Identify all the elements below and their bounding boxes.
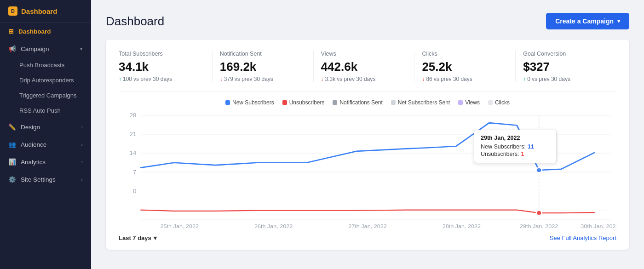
change-suffix: vs prev 30 days (337, 76, 375, 82)
chevron-right-icon: › (81, 177, 83, 182)
stat-change: 379 vs prev 30 days (220, 76, 306, 82)
sidebar-item-label: Campaign (21, 46, 49, 52)
stat-value: 34.1k (119, 60, 205, 74)
sidebar-item-campaign[interactable]: 📢 Campaign ▾ (0, 40, 91, 57)
stat-label: Clicks (422, 51, 508, 57)
legend-label: Clicks (495, 99, 510, 106)
change-amount: 100 (123, 76, 132, 82)
stat-label: Notification Sent (220, 51, 306, 57)
change-arrow (321, 76, 324, 82)
sub-item-label: Push Broadcasts (19, 62, 64, 69)
legend-dot (488, 100, 493, 105)
svg-text:29th Jan, 2022: 29th Jan, 2022 (520, 223, 558, 229)
main-content: Dashboard Create a Campaign ▾ Total Subs… (91, 0, 644, 269)
sidebar-item-label: Design (21, 124, 40, 131)
legend-dot (225, 100, 230, 105)
sidebar-item-dashboard[interactable]: ⊞ Dashboard (0, 23, 91, 40)
dashboard-card: Total Subscribers 34.1k 100 vs prev 30 d… (106, 40, 629, 250)
stat-item: Clicks 25.2k 86 vs prev 30 days (414, 51, 516, 82)
sidebar-logo[interactable]: D Dashboard (0, 0, 91, 23)
sidebar-item-drip-autoresponders[interactable]: Drip Autoresponders (0, 73, 91, 88)
svg-text:0: 0 (133, 188, 136, 194)
chevron-right-icon: › (81, 142, 83, 147)
sub-item-label: Drip Autoresponders (19, 77, 74, 84)
chart-bottom: Last 7 days ▾ See Full Analytics Report (119, 235, 616, 241)
design-icon: ✏️ (8, 123, 16, 131)
svg-text:14: 14 (130, 150, 137, 156)
legend-label: Notifications Sent (339, 99, 382, 106)
logo-icon: D (8, 6, 17, 16)
sidebar-item-audience[interactable]: 👥 Audience › (0, 136, 91, 153)
stat-value: $327 (523, 60, 609, 74)
stat-label: Views (321, 51, 407, 57)
change-amount: 3.3k (325, 76, 336, 82)
sidebar-logo-text: Dashboard (21, 7, 57, 15)
svg-text:21: 21 (130, 132, 137, 137)
svg-text:25th Jan, 2022: 25th Jan, 2022 (161, 223, 199, 229)
sidebar-item-push-broadcasts[interactable]: Push Broadcasts (0, 57, 91, 73)
stat-label: Total Subscribers (119, 51, 205, 57)
legend-label: New Subscribers (232, 99, 274, 106)
sidebar-item-rss-auto-push[interactable]: RSS Auto Push (0, 103, 91, 118)
legend-dot (391, 100, 396, 105)
legend-item: Clicks (488, 99, 510, 106)
chevron-down-icon: ▾ (154, 235, 157, 241)
change-amount: 86 (426, 76, 432, 82)
change-amount: 379 (224, 76, 233, 82)
stat-value: 442.6k (321, 60, 407, 74)
sidebar-item-analytics[interactable]: 📊 Analytics › (0, 153, 91, 171)
stat-item: Total Subscribers 34.1k 100 vs prev 30 d… (119, 51, 213, 82)
chevron-down-icon: ▾ (617, 18, 620, 24)
stat-item: Views 442.6k 3.3k vs prev 30 days (314, 51, 415, 82)
change-arrow (422, 76, 425, 82)
sidebar-item-label: Analytics (21, 159, 46, 166)
audience-icon: 👥 (8, 141, 16, 148)
page-title: Dashboard (106, 14, 164, 29)
sidebar-item-site-settings[interactable]: ⚙️ Site Settings › (0, 171, 91, 188)
svg-text:26th Jan, 2022: 26th Jan, 2022 (254, 223, 293, 229)
date-filter[interactable]: Last 7 days ▾ (119, 235, 157, 241)
sidebar-item-triggered-campaigns[interactable]: Triggered Campaigns (0, 88, 91, 103)
svg-text:28th Jan, 2022: 28th Jan, 2022 (443, 223, 481, 229)
stat-change: 0 vs prev 30 days (523, 76, 609, 82)
sub-item-label: Triggered Campaigns (19, 92, 77, 99)
legend-item: Net Subscribers Sent (391, 99, 450, 106)
legend-item: Notifications Sent (333, 99, 382, 106)
legend-label: Unsubscribers (289, 99, 325, 106)
stat-change: 3.3k vs prev 30 days (321, 76, 407, 82)
svg-text:30th Jan, 2022: 30th Jan, 2022 (581, 223, 616, 229)
stat-value: 169.2k (220, 60, 306, 74)
stat-change: 86 vs prev 30 days (422, 76, 508, 82)
sub-item-label: RSS Auto Push (19, 107, 61, 114)
date-filter-label: Last 7 days (119, 235, 151, 241)
svg-text:27th Jan, 2022: 27th Jan, 2022 (348, 223, 387, 229)
change-suffix: vs prev 30 days (235, 76, 273, 82)
chart-legend: New Subscribers Unsubscribers Notificati… (119, 99, 616, 106)
sidebar-item-label: Site Settings (21, 176, 56, 183)
stat-item: Goal Conversion $327 0 vs prev 30 days (516, 51, 616, 82)
legend-dot (458, 100, 463, 105)
change-suffix: vs prev 30 days (133, 76, 172, 82)
change-suffix: vs prev 30 days (434, 76, 472, 82)
chart-container: 28 21 14 7 0 25th Jan, 2022 26th Jan, 20… (119, 110, 616, 230)
change-arrow (220, 76, 223, 82)
sidebar-item-design[interactable]: ✏️ Design › (0, 118, 91, 136)
chart-svg: 28 21 14 7 0 25th Jan, 2022 26th Jan, 20… (119, 110, 616, 230)
legend-dot (333, 100, 337, 105)
campaign-icon: 📢 (8, 45, 16, 52)
chevron-down-icon: ▾ (80, 46, 83, 52)
legend-item: Views (458, 99, 480, 106)
legend-label: Net Subscribers Sent (398, 99, 450, 106)
chevron-right-icon: › (81, 159, 83, 165)
chevron-right-icon: › (81, 124, 83, 130)
main-header: Dashboard Create a Campaign ▾ (106, 13, 629, 29)
stat-change: 100 vs prev 30 days (119, 76, 205, 82)
stat-label: Goal Conversion (523, 51, 609, 57)
settings-icon: ⚙️ (8, 176, 16, 183)
see-full-analytics-link[interactable]: See Full Analytics Report (550, 235, 616, 241)
change-suffix: vs prev 30 days (532, 76, 570, 82)
analytics-icon: 📊 (8, 158, 16, 166)
create-campaign-button[interactable]: Create a Campaign ▾ (546, 13, 629, 29)
stats-row: Total Subscribers 34.1k 100 vs prev 30 d… (119, 51, 616, 92)
change-arrow (523, 76, 526, 82)
